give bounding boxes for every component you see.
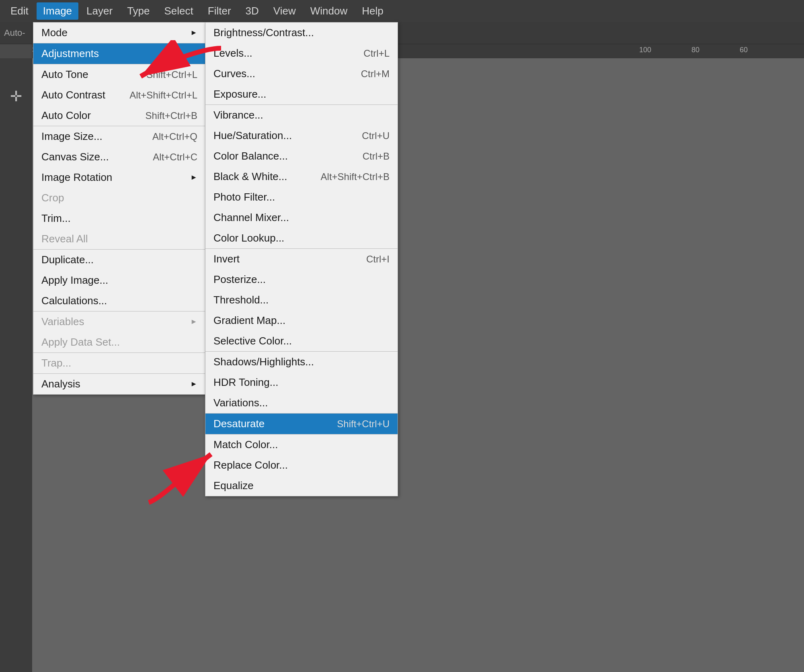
menu-type[interactable]: Type [121,2,156,20]
submenu-item-replace-color-label: Replace Color... [213,459,288,471]
menu-3d[interactable]: 3D [239,2,265,20]
menu-item-image-size-shortcut: Alt+Ctrl+Q [152,131,197,142]
menu-layer[interactable]: Layer [80,2,119,20]
menu-item-trim-label: Trim... [41,212,71,225]
submenu-item-levels-label: Levels... [213,47,252,59]
submenu-item-equalize[interactable]: Equalize [205,475,398,496]
submenu-item-vibrance-label: Vibrance... [213,109,263,121]
menu-item-image-size-label: Image Size... [41,130,103,143]
menu-select[interactable]: Select [158,2,200,20]
submenu-item-invert-label: Invert [213,253,240,265]
submenu-item-equalize-label: Equalize [213,479,254,492]
auto-label: Auto- [4,28,25,38]
submenu-item-color-balance-shortcut: Ctrl+B [363,151,390,162]
menu-item-image-size[interactable]: Image Size... Alt+Ctrl+Q [33,126,205,147]
submenu-item-match-color[interactable]: Match Color... [205,434,398,455]
menu-item-canvas-size-label: Canvas Size... [41,151,109,163]
submenu-item-variations[interactable]: Variations... [205,393,398,413]
submenu-item-photo-filter-label: Photo Filter... [213,191,275,203]
menu-item-image-rotation[interactable]: Image Rotation ► [33,167,205,188]
submenu-item-photo-filter[interactable]: Photo Filter... [205,187,398,207]
submenu-item-black-white[interactable]: Black & White... Alt+Shift+Ctrl+B [205,166,398,187]
submenu-item-invert-shortcut: Ctrl+I [366,254,390,265]
submenu-item-levels-shortcut: Ctrl+L [363,48,390,59]
menu-image[interactable]: Image [37,2,78,20]
submenu-item-replace-color[interactable]: Replace Color... [205,455,398,475]
menu-item-duplicate[interactable]: Duplicate... [33,250,205,270]
submenu-item-gradient-map-label: Gradient Map... [213,314,285,327]
submenu-item-desaturate-label: Desaturate [213,418,265,430]
menu-item-trap: Trap... [33,353,205,373]
menu-item-analysis[interactable]: Analysis ► [33,374,205,394]
menu-item-apply-image-label: Apply Image... [41,274,108,287]
menu-item-canvas-size[interactable]: Canvas Size... Alt+Ctrl+C [33,147,205,167]
gear-icon[interactable]: ✛ [6,86,26,107]
menu-section-auto: Auto Tone Shift+Ctrl+L Auto Contrast Alt… [33,64,205,126]
menu-item-crop-label: Crop [41,192,64,204]
submenu-item-desaturate-shortcut: Shift+Ctrl+U [337,418,390,430]
menu-item-variables: Variables ► [33,311,205,332]
menu-item-auto-tone[interactable]: Auto Tone Shift+Ctrl+L [33,64,205,85]
submenu-item-color-lookup[interactable]: Color Lookup... [205,228,398,248]
submenu-item-posterize[interactable]: Posterize... [205,269,398,290]
menu-item-calculations[interactable]: Calculations... [33,291,205,311]
submenu-item-hdr-toning[interactable]: HDR Toning... [205,372,398,393]
submenu-item-shadows-highlights[interactable]: Shadows/Highlights... [205,352,398,372]
submenu-section-basic: Brightness/Contrast... Levels... Ctrl+L … [205,23,398,105]
menu-section-dup: Duplicate... Apply Image... Calculations… [33,250,205,311]
menu-item-auto-color[interactable]: Auto Color Shift+Ctrl+B [33,105,205,126]
menu-item-apply-image[interactable]: Apply Image... [33,270,205,291]
menu-item-crop: Crop [33,188,205,208]
submenu-item-brightness[interactable]: Brightness/Contrast... [205,23,398,43]
submenu-item-curves[interactable]: Curves... Ctrl+M [205,64,398,84]
menu-filter[interactable]: Filter [201,2,238,20]
submenu-item-color-lookup-label: Color Lookup... [213,232,284,244]
menu-item-auto-contrast[interactable]: Auto Contrast Alt+Shift+Ctrl+L [33,85,205,105]
submenu-item-desaturate[interactable]: Desaturate Shift+Ctrl+U [205,414,398,434]
menu-item-auto-tone-shortcut: Shift+Ctrl+L [146,69,197,80]
left-sidebar: ✛ [0,58,32,672]
submenu-item-posterize-label: Posterize... [213,273,266,286]
menu-item-image-rotation-arrow: ► [190,173,197,182]
submenu-item-gradient-map[interactable]: Gradient Map... [205,310,398,331]
submenu-section-color: Vibrance... Hue/Saturation... Ctrl+U Col… [205,105,398,249]
menu-item-trim[interactable]: Trim... [33,208,205,229]
menu-item-analysis-label: Analysis [41,378,80,390]
submenu-item-shadows-highlights-label: Shadows/Highlights... [213,356,314,368]
submenu-item-invert[interactable]: Invert Ctrl+I [205,249,398,269]
submenu-item-color-balance-label: Color Balance... [213,150,288,162]
submenu-item-vibrance[interactable]: Vibrance... [205,105,398,125]
menu-section-analysis: Analysis ► [33,374,205,394]
menu-view[interactable]: View [267,2,302,20]
menu-window[interactable]: Window [304,2,354,20]
menu-edit[interactable]: Edit [4,2,35,20]
menu-item-adjustments[interactable]: Adjustments ► [33,43,205,64]
submenu-item-color-balance[interactable]: Color Balance... Ctrl+B [205,146,398,166]
menu-item-analysis-arrow: ► [190,380,197,388]
ruler-label-100: 100 [639,46,651,54]
submenu-item-selective-color-label: Selective Color... [213,335,292,347]
submenu-item-threshold-label: Threshold... [213,294,269,306]
submenu-item-curves-shortcut: Ctrl+M [361,68,390,80]
submenu-item-selective-color[interactable]: Selective Color... [205,331,398,351]
menu-item-mode-arrow: ► [190,29,197,37]
submenu-item-black-white-label: Black & White... [213,170,287,183]
submenu-section-invert: Invert Ctrl+I Posterize... Threshold... … [205,249,398,352]
menu-item-auto-color-shortcut: Shift+Ctrl+B [146,110,197,121]
menu-bar: Edit Image Layer Type Select Filter 3D V… [0,0,804,22]
submenu-item-hue-sat[interactable]: Hue/Saturation... Ctrl+U [205,125,398,146]
submenu-item-channel-mixer[interactable]: Channel Mixer... [205,207,398,228]
submenu-item-levels[interactable]: Levels... Ctrl+L [205,43,398,64]
submenu-item-threshold[interactable]: Threshold... [205,290,398,310]
menu-section-adjustments: Adjustments ► [33,43,205,64]
menu-item-mode[interactable]: Mode ► [33,23,205,43]
submenu-item-exposure-label: Exposure... [213,88,267,100]
menu-help[interactable]: Help [355,2,390,20]
submenu-item-exposure[interactable]: Exposure... [205,84,398,104]
submenu-item-black-white-shortcut: Alt+Shift+Ctrl+B [321,171,390,182]
menu-item-mode-label: Mode [41,27,68,39]
ruler-label-80: 80 [691,46,699,54]
menu-item-adjustments-label: Adjustments [41,47,99,60]
submenu-section-shadows: Shadows/Highlights... HDR Toning... Vari… [205,352,398,414]
menu-item-calculations-label: Calculations... [41,295,107,307]
